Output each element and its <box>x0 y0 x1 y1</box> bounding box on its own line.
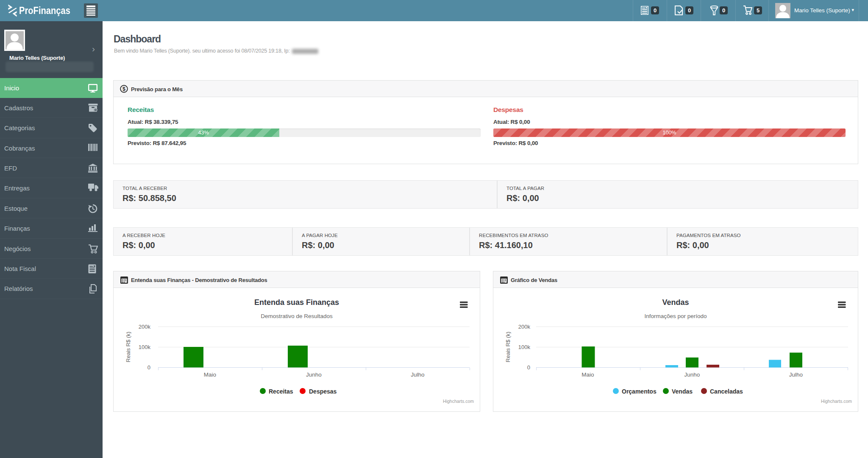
svg-text:Julho: Julho <box>789 371 803 378</box>
svg-text:Vendas: Vendas <box>662 298 689 307</box>
svg-text:Vendas: Vendas <box>672 388 693 395</box>
svg-text:Canceladas: Canceladas <box>710 388 743 395</box>
svg-text:100k: 100k <box>518 344 531 350</box>
svg-text:Receitas: Receitas <box>269 388 293 395</box>
svg-text:$: $ <box>122 86 125 92</box>
svg-text:Maio: Maio <box>204 371 216 378</box>
svg-text:0: 0 <box>147 364 150 371</box>
svg-text:Julho: Julho <box>411 371 424 378</box>
svg-text:Maio: Maio <box>581 371 594 378</box>
svg-text:Reais R$ (k): Reais R$ (k) <box>505 332 511 362</box>
svg-text:Demostrativo de Resultados: Demostrativo de Resultados <box>261 313 333 319</box>
svg-text:0: 0 <box>527 364 530 371</box>
svg-text:Orçamentos: Orçamentos <box>622 388 657 395</box>
svg-text:100k: 100k <box>139 344 151 350</box>
svg-text:Despesas: Despesas <box>309 388 337 395</box>
svg-text:200k: 200k <box>518 324 531 330</box>
svg-text:Reais R$ (k): Reais R$ (k) <box>125 332 131 362</box>
svg-text:Highcharts.com: Highcharts.com <box>443 399 474 404</box>
svg-text:Junho: Junho <box>684 371 700 378</box>
svg-text:200k: 200k <box>139 324 151 330</box>
svg-text:Entenda suas Finanças: Entenda suas Finanças <box>254 298 339 307</box>
svg-text:Junho: Junho <box>306 371 322 378</box>
svg-text:Informações por período: Informações por período <box>644 313 707 319</box>
svg-text:Highcharts.com: Highcharts.com <box>821 399 852 404</box>
